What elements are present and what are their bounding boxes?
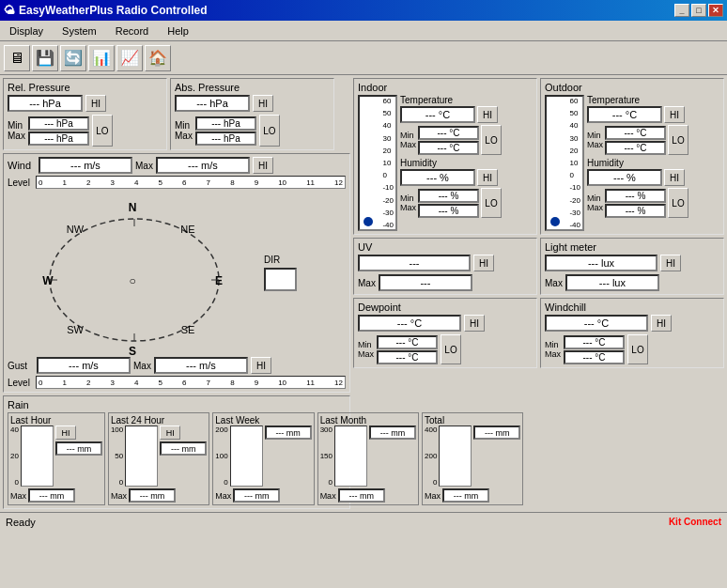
- rel-pressure-hi-btn[interactable]: HI: [85, 95, 106, 112]
- wind-panel: Wind --- m/s Max --- m/s HI Level 0 1 2 …: [3, 153, 350, 393]
- windchill-panel: Windchill --- °C HI Min Max --- °C --- °…: [540, 298, 724, 368]
- rain-24-hi-btn[interactable]: HI: [160, 426, 180, 440]
- rain-24-value: --- mm: [160, 441, 207, 456]
- toolbar-btn-5[interactable]: 📈: [116, 45, 143, 71]
- outdoor-temp-min: --- °C: [605, 126, 666, 140]
- toolbar: 🖥 💾 🔄 📊 📈 🏠: [0, 41, 727, 75]
- indoor-temp-lo-btn[interactable]: LO: [481, 125, 502, 155]
- compass-container: N S W E NW NE SW SE ○: [8, 191, 261, 355]
- rain-24-bar: [125, 426, 158, 487]
- outdoor-humidity-lo-btn[interactable]: LO: [668, 188, 688, 218]
- rel-pressure-lo-btn[interactable]: LO: [92, 115, 113, 147]
- wind-hi-btn[interactable]: HI: [253, 157, 273, 174]
- outdoor-temp-max-label: Max: [587, 140, 603, 149]
- rel-pressure-panel: Rel. Pressure --- hPa HI Min Max --- hPa…: [3, 78, 167, 150]
- maximize-button[interactable]: □: [691, 4, 706, 17]
- indoor-humidity-max: --- %: [418, 204, 479, 218]
- rain-label: Rain: [8, 399, 346, 410]
- indoor-thermometer: 60 50 40 30 20 10 0 -10 -20 -30 -40: [358, 95, 397, 231]
- dewpoint-label: Dewpoint: [358, 302, 533, 313]
- menu-display[interactable]: Display: [4, 23, 49, 39]
- gust-level-label: Level: [8, 378, 34, 388]
- abs-pressure-hi-btn[interactable]: HI: [253, 95, 273, 112]
- toolbar-btn-6[interactable]: 🏠: [145, 45, 171, 71]
- dewpoint-max: --- °C: [377, 350, 438, 364]
- toolbar-btn-2[interactable]: 💾: [32, 45, 58, 71]
- indoor-hum-min-label: Min: [400, 193, 416, 203]
- rain-hour-max-label: Max: [10, 491, 26, 501]
- minimize-button[interactable]: _: [674, 4, 689, 17]
- rain-hour-title: Last Hour: [10, 415, 102, 426]
- windchill-label: Windchill: [545, 302, 719, 313]
- title-bar: 🌤 EasyWeatherPlus Radio Controlled _ □ ✕: [0, 0, 727, 21]
- outdoor-temp-hi-btn[interactable]: HI: [664, 106, 685, 123]
- abs-pressure-panel: Abs. Pressure --- hPa HI Min Max --- hPa…: [170, 78, 334, 150]
- rain-last-week: Last Week 200 100 0 --- mm Max --- mm: [212, 412, 314, 505]
- abs-pressure-lo-btn[interactable]: LO: [259, 115, 280, 147]
- menu-record[interactable]: Record: [110, 23, 154, 39]
- indoor-hum-max-label: Max: [400, 203, 416, 212]
- toolbar-btn-3[interactable]: 🔄: [60, 45, 86, 71]
- indoor-temp-value: --- °C: [400, 106, 475, 123]
- rain-week-value: --- mm: [265, 426, 312, 440]
- windchill-max: --- °C: [564, 350, 625, 364]
- menu-help[interactable]: Help: [162, 23, 194, 39]
- outdoor-humidity-min: --- %: [605, 189, 666, 203]
- rain-hour-hi-btn[interactable]: HI: [55, 426, 76, 440]
- abs-max-value: --- hPa: [195, 132, 256, 146]
- menu-system[interactable]: System: [56, 23, 102, 39]
- status-ready: Ready: [6, 517, 36, 528]
- indoor-temp-min: --- °C: [418, 126, 479, 140]
- rel-max-label: Max: [8, 131, 25, 141]
- windchill-hi-btn[interactable]: HI: [651, 315, 672, 332]
- indoor-temp-hi-btn[interactable]: HI: [477, 106, 498, 123]
- rel-pressure-value: --- hPa: [8, 95, 83, 112]
- light-panel: Light meter --- lux HI Max --- lux: [540, 238, 724, 295]
- dewpoint-value: --- °C: [358, 315, 461, 332]
- rel-min-label: Min: [8, 120, 25, 131]
- outdoor-temp-min-label: Min: [587, 131, 603, 140]
- light-max-label: Max: [545, 278, 563, 288]
- uv-hi-btn[interactable]: HI: [473, 255, 494, 271]
- toolbar-btn-1[interactable]: 🖥: [4, 45, 30, 71]
- indoor-humidity-lo-btn[interactable]: LO: [481, 188, 502, 218]
- toolbar-btn-4[interactable]: 📊: [88, 45, 115, 71]
- gust-hi-btn[interactable]: HI: [251, 357, 271, 374]
- rain-last-24: Last 24 Hour 100 50 0 HI --- mm: [108, 412, 209, 505]
- windchill-min: --- °C: [564, 335, 625, 349]
- wind-label: Wind: [8, 160, 36, 171]
- outdoor-humidity-hi-btn[interactable]: HI: [664, 169, 685, 186]
- svg-text:S: S: [129, 345, 136, 355]
- svg-text:SW: SW: [67, 324, 84, 335]
- indoor-humidity-value: --- %: [400, 169, 475, 186]
- dewpoint-lo-btn[interactable]: LO: [441, 334, 461, 364]
- light-hi-btn[interactable]: HI: [660, 255, 681, 271]
- indoor-humidity-label: Humidity: [400, 158, 533, 168]
- abs-min-label: Min: [175, 120, 193, 131]
- rain-month-max-label: Max: [320, 491, 336, 501]
- svg-text:SE: SE: [181, 324, 195, 335]
- gust-max-value: --- m/s: [154, 357, 248, 374]
- rel-max-value: --- hPa: [28, 132, 89, 146]
- outdoor-thermo-dot: [550, 217, 560, 226]
- outdoor-temp-value: --- °C: [587, 106, 662, 123]
- dewpoint-min: --- °C: [377, 335, 438, 349]
- rain-last-hour: Last Hour 40 20 0 HI --- mm: [8, 412, 105, 505]
- outdoor-temp-lo-btn[interactable]: LO: [668, 125, 688, 155]
- status-bar: Ready Kit Connect: [0, 512, 727, 531]
- close-button[interactable]: ✕: [708, 4, 723, 17]
- rel-pressure-title: Rel. Pressure: [8, 82, 162, 93]
- uv-max-label: Max: [358, 278, 376, 288]
- dewpoint-panel: Dewpoint --- °C HI Min Max --- °C --- °C…: [353, 298, 537, 368]
- abs-pressure-title: Abs. Pressure: [175, 82, 330, 93]
- gust-label: Gust: [8, 361, 34, 371]
- indoor-humidity-hi-btn[interactable]: HI: [477, 169, 498, 186]
- rain-24-max-label: Max: [111, 491, 127, 501]
- uv-panel: UV --- HI Max ---: [353, 238, 537, 295]
- dewpoint-hi-btn[interactable]: HI: [464, 315, 485, 332]
- windchill-lo-btn[interactable]: LO: [627, 334, 648, 364]
- svg-text:N: N: [129, 201, 137, 214]
- dew-min-label: Min: [358, 340, 374, 349]
- outdoor-humidity-max: --- %: [605, 204, 666, 218]
- outdoor-panel: Outdoor 60 50 40 30 20 10 0 -10: [540, 78, 724, 235]
